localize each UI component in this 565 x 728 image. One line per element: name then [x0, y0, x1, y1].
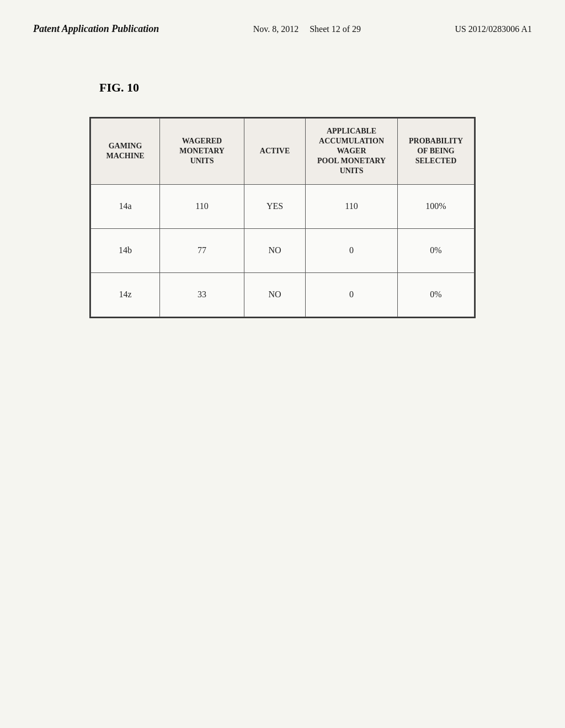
table-row: 14z33NO00%	[91, 272, 475, 317]
publication-date: Nov. 8, 2012	[253, 24, 299, 34]
col-header-probability: PROBABILITYOF BEINGSELECTED	[397, 118, 474, 184]
gaming-machine-cell: 14b	[91, 228, 160, 272]
applicable-accumulation-cell: 110	[306, 184, 398, 228]
active-cell: YES	[244, 184, 305, 228]
page-header: Patent Application Publication Nov. 8, 2…	[33, 22, 532, 42]
probability-cell: 100%	[397, 184, 474, 228]
table-row: 14a110YES110100%	[91, 184, 475, 228]
applicable-accumulation-cell: 0	[306, 272, 398, 317]
gaming-machine-cell: 14z	[91, 272, 160, 317]
content-area: FIG. 10 GAMINGMACHINE WAGERED MONETARYUN…	[33, 58, 532, 318]
table-header-row: GAMINGMACHINE WAGERED MONETARYUNITS ACTI…	[91, 118, 475, 184]
table-body: 14a110YES110100%14b77NO00%14z33NO00%	[91, 184, 475, 317]
col-header-gaming-machine: GAMINGMACHINE	[91, 118, 160, 184]
page: Patent Application Publication Nov. 8, 2…	[0, 0, 565, 728]
col-header-applicable-accumulation: APPLICABLEACCUMULATIONWAGERPOOL MONETARY…	[306, 118, 398, 184]
active-cell: NO	[244, 228, 305, 272]
active-cell: NO	[244, 272, 305, 317]
probability-cell: 0%	[397, 272, 474, 317]
col-header-active: ACTIVE	[244, 118, 305, 184]
wagered-units-cell: 33	[160, 272, 244, 317]
header-date-sheet: Nov. 8, 2012 Sheet 12 of 29	[253, 22, 361, 36]
data-table: GAMINGMACHINE WAGERED MONETARYUNITS ACTI…	[90, 118, 475, 317]
data-table-container: GAMINGMACHINE WAGERED MONETARYUNITS ACTI…	[89, 117, 476, 318]
applicable-accumulation-cell: 0	[306, 228, 398, 272]
wagered-units-cell: 77	[160, 228, 244, 272]
gaming-machine-cell: 14a	[91, 184, 160, 228]
sheet-info: Sheet 12 of 29	[310, 24, 361, 34]
wagered-units-cell: 110	[160, 184, 244, 228]
probability-cell: 0%	[397, 228, 474, 272]
publication-title: Patent Application Publication	[33, 22, 159, 36]
table-row: 14b77NO00%	[91, 228, 475, 272]
figure-label: FIG. 10	[99, 81, 139, 95]
col-header-wagered-monetary-units: WAGERED MONETARYUNITS	[160, 118, 244, 184]
patent-number: US 2012/0283006 A1	[455, 22, 532, 36]
